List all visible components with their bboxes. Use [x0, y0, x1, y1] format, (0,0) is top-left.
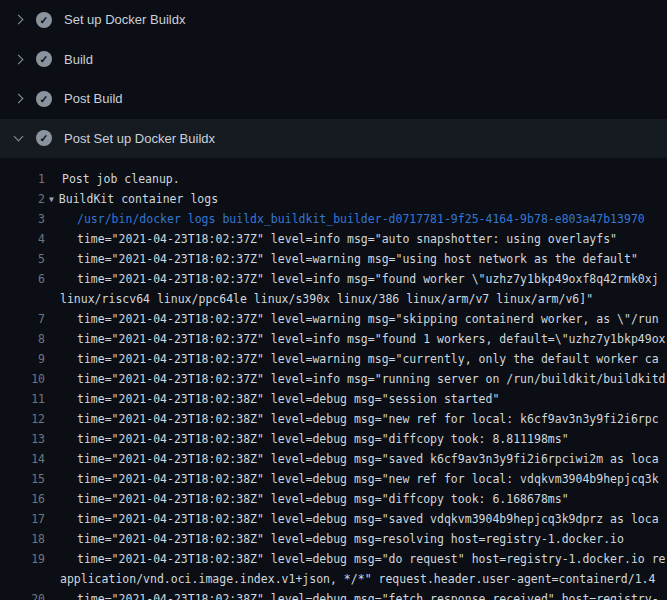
line-number[interactable]: 6: [0, 269, 45, 289]
check-circle-icon: ✓: [36, 91, 52, 107]
log-row: application/vnd.oci.image.index.v1+json,…: [0, 569, 667, 589]
line-number[interactable]: 10: [0, 369, 45, 389]
step-label: Post Build: [64, 91, 123, 106]
line-number[interactable]: 20: [0, 589, 45, 600]
step-header-build[interactable]: ✓ Build: [0, 40, 667, 80]
log-text: Post job cleanup.: [45, 169, 180, 189]
check-circle-icon: ✓: [36, 51, 52, 67]
line-number[interactable]: 18: [0, 529, 45, 549]
step-header-post-set-up-docker-buildx[interactable]: ✓ Post Set up Docker Buildx: [0, 119, 667, 159]
log-text: time="2021-04-23T18:02:38Z" level=debug …: [45, 489, 569, 509]
log-row: 13time="2021-04-23T18:02:38Z" level=debu…: [0, 429, 667, 449]
check-circle-icon: ✓: [36, 12, 52, 28]
line-number: [0, 289, 45, 309]
line-number: [0, 569, 45, 589]
log-text: time="2021-04-23T18:02:38Z" level=debug …: [45, 469, 659, 489]
log-row: 4time="2021-04-23T18:02:37Z" level=info …: [0, 229, 667, 249]
line-number[interactable]: 3: [0, 209, 45, 229]
group-title: BuildKit container logs: [59, 192, 218, 206]
check-circle-icon: ✓: [36, 130, 52, 146]
log-row: 19time="2021-04-23T18:02:38Z" level=debu…: [0, 549, 667, 569]
line-number[interactable]: 13: [0, 429, 45, 449]
log-text: time="2021-04-23T18:02:38Z" level=debug …: [45, 589, 659, 600]
log-text: time="2021-04-23T18:02:37Z" level=warnin…: [45, 309, 659, 329]
line-number[interactable]: 11: [0, 389, 45, 409]
log-row: 1Post job cleanup.: [0, 169, 667, 189]
log-text: time="2021-04-23T18:02:38Z" level=debug …: [45, 449, 659, 469]
log-row: linux/riscv64 linux/ppc64le linux/s390x …: [0, 289, 667, 309]
log-text: time="2021-04-23T18:02:37Z" level=info m…: [45, 269, 659, 289]
log-text: time="2021-04-23T18:02:38Z" level=debug …: [45, 549, 666, 569]
line-number[interactable]: 17: [0, 509, 45, 529]
log-text: time="2021-04-23T18:02:37Z" level=info m…: [45, 369, 666, 389]
log-command-text: /usr/bin/docker logs buildx_buildkit_bui…: [45, 209, 645, 229]
log-row: 7time="2021-04-23T18:02:37Z" level=warni…: [0, 309, 667, 329]
chevron-right-icon: [14, 94, 24, 104]
log-text: time="2021-04-23T18:02:38Z" level=debug …: [45, 509, 659, 529]
log-row: 2▼BuildKit container logs: [0, 189, 667, 209]
log-row: 14time="2021-04-23T18:02:38Z" level=debu…: [0, 449, 667, 469]
log-lines: 1Post job cleanup.2▼BuildKit container l…: [0, 158, 667, 600]
line-number[interactable]: 8: [0, 329, 45, 349]
group-collapse-icon[interactable]: ▼: [49, 190, 54, 210]
line-number[interactable]: 7: [0, 309, 45, 329]
step-label: Post Set up Docker Buildx: [64, 131, 215, 146]
log-row: 20time="2021-04-23T18:02:38Z" level=debu…: [0, 589, 667, 600]
line-number[interactable]: 14: [0, 449, 45, 469]
log-text: time="2021-04-23T18:02:37Z" level=info m…: [45, 229, 617, 249]
step-label: Set up Docker Buildx: [64, 12, 185, 27]
line-number[interactable]: 19: [0, 549, 45, 569]
log-text: time="2021-04-23T18:02:37Z" level=info m…: [45, 329, 666, 349]
log-row: 15time="2021-04-23T18:02:38Z" level=debu…: [0, 469, 667, 489]
chevron-down-icon: [14, 132, 24, 142]
log-row: 10time="2021-04-23T18:02:37Z" level=info…: [0, 369, 667, 389]
chevron-right-icon: [14, 15, 24, 25]
log-row: 17time="2021-04-23T18:02:38Z" level=debu…: [0, 509, 667, 529]
line-number[interactable]: 16: [0, 489, 45, 509]
step-header-set-up-docker-buildx[interactable]: ✓ Set up Docker Buildx: [0, 0, 667, 40]
log-text: time="2021-04-23T18:02:38Z" level=debug …: [45, 429, 569, 449]
steps-list: ✓ Set up Docker Buildx ✓ Build ✓ Post Bu…: [0, 0, 667, 158]
log-row: 16time="2021-04-23T18:02:38Z" level=debu…: [0, 489, 667, 509]
log-row: 18time="2021-04-23T18:02:38Z" level=debu…: [0, 529, 667, 549]
log-row: 8time="2021-04-23T18:02:37Z" level=info …: [0, 329, 667, 349]
log-text: time="2021-04-23T18:02:37Z" level=warnin…: [45, 349, 659, 369]
line-number[interactable]: 15: [0, 469, 45, 489]
line-number[interactable]: 2: [0, 189, 45, 209]
line-number[interactable]: 4: [0, 229, 45, 249]
line-number[interactable]: 9: [0, 349, 45, 369]
log-row: 3/usr/bin/docker logs buildx_buildkit_bu…: [0, 209, 667, 229]
log-row: 5time="2021-04-23T18:02:37Z" level=warni…: [0, 249, 667, 269]
line-number[interactable]: 12: [0, 409, 45, 429]
line-number[interactable]: 5: [0, 249, 45, 269]
chevron-right-icon: [14, 54, 24, 64]
log-text: application/vnd.oci.image.index.v1+json,…: [45, 569, 655, 589]
step-header-post-build[interactable]: ✓ Post Build: [0, 79, 667, 119]
log-row: 11time="2021-04-23T18:02:38Z" level=debu…: [0, 389, 667, 409]
log-row: 6time="2021-04-23T18:02:37Z" level=info …: [0, 269, 667, 289]
log-text: time="2021-04-23T18:02:37Z" level=warnin…: [45, 249, 638, 269]
log-group-toggle[interactable]: ▼BuildKit container logs: [45, 189, 218, 209]
log-row: 9time="2021-04-23T18:02:37Z" level=warni…: [0, 349, 667, 369]
log-text: time="2021-04-23T18:02:38Z" level=debug …: [45, 389, 499, 409]
log-row: 12time="2021-04-23T18:02:38Z" level=debu…: [0, 409, 667, 429]
log-text: time="2021-04-23T18:02:38Z" level=debug …: [45, 529, 624, 549]
line-number[interactable]: 1: [0, 169, 45, 189]
step-label: Build: [64, 52, 93, 67]
log-text: time="2021-04-23T18:02:38Z" level=debug …: [45, 409, 659, 429]
log-text: linux/riscv64 linux/ppc64le linux/s390x …: [45, 289, 593, 309]
